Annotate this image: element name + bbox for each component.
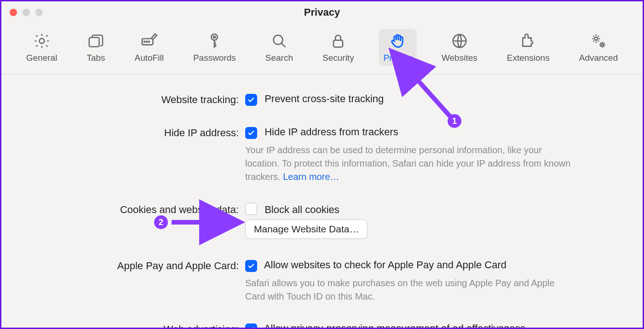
block-all-cookies-checkbox[interactable] — [245, 203, 257, 215]
hide-ip-help: Your IP address can be used to determine… — [245, 144, 576, 184]
tab-extensions[interactable]: Extensions — [502, 29, 554, 66]
manage-website-data-button[interactable]: Manage Website Data… — [245, 219, 368, 239]
svg-point-3 — [144, 41, 145, 42]
tab-label: Security — [322, 53, 354, 63]
web-advertising-checkbox[interactable] — [245, 323, 257, 329]
tab-label: Tabs — [86, 53, 105, 63]
tab-privacy[interactable]: Privacy — [379, 29, 417, 66]
hand-icon — [389, 32, 407, 50]
svg-point-5 — [149, 41, 150, 42]
website-tracking-label: Website tracking: — [43, 93, 245, 106]
checkbox-text: Prevent cross-site tracking — [264, 93, 384, 104]
double-gear-icon — [589, 32, 608, 50]
svg-rect-1 — [89, 38, 99, 47]
key-icon — [205, 32, 224, 50]
svg-point-6 — [212, 34, 218, 40]
learn-more-link[interactable]: Learn more… — [283, 172, 339, 182]
tab-label: Privacy — [384, 53, 412, 63]
apple-pay-check-checkbox[interactable] — [245, 260, 257, 272]
title-bar: Privacy — [1, 1, 643, 23]
tab-websites[interactable]: Websites — [437, 29, 482, 66]
svg-point-12 — [601, 44, 604, 46]
tab-search[interactable]: Search — [261, 29, 298, 66]
annotation-callout-2: 2 — [154, 215, 168, 229]
svg-point-8 — [273, 35, 282, 45]
tab-security[interactable]: Security — [318, 29, 359, 66]
hide-ip-label: Hide IP address: — [43, 126, 245, 139]
web-advertising-label: Web advertising: — [43, 323, 245, 329]
tab-label: Websites — [442, 53, 477, 63]
window-stack-icon — [86, 32, 105, 50]
gear-icon — [33, 32, 51, 50]
apple-pay-label: Apple Pay and Apple Card: — [43, 259, 245, 272]
tab-advanced[interactable]: Advanced — [575, 29, 623, 66]
svg-point-11 — [594, 37, 598, 40]
tab-label: Extensions — [507, 53, 550, 63]
tab-passwords[interactable]: Passwords — [189, 29, 241, 66]
magnifier-icon — [270, 32, 288, 50]
puzzle-icon — [519, 32, 537, 50]
preferences-toolbar: General Tabs AutoFill Passwords Search S… — [1, 23, 643, 75]
checkbox-text: Hide IP address from trackers — [264, 126, 398, 138]
checkbox-text: Allow privacy-preserving measurement of … — [264, 323, 525, 329]
lock-icon — [329, 32, 347, 50]
globe-icon — [450, 32, 469, 50]
tab-label: Passwords — [193, 53, 236, 63]
annotation-arrow-2 — [169, 212, 243, 237]
tab-label: Search — [265, 53, 293, 63]
hide-ip-checkbox[interactable] — [245, 127, 257, 139]
annotation-callout-1: 1 — [448, 114, 461, 128]
tab-general[interactable]: General — [22, 29, 62, 66]
settings-pane: Website tracking: Prevent cross-site tra… — [1, 75, 643, 329]
checkbox-text: Allow websites to check for Apple Pay an… — [264, 259, 506, 271]
tab-label: AutoFill — [135, 53, 164, 63]
svg-point-0 — [39, 39, 44, 44]
tab-label: Advanced — [579, 53, 618, 63]
tab-label: General — [26, 53, 58, 63]
prevent-cross-site-tracking-checkbox[interactable] — [245, 94, 257, 106]
pencil-field-icon — [140, 32, 158, 50]
window-title: Privacy — [1, 6, 643, 18]
svg-rect-9 — [334, 40, 343, 47]
svg-point-4 — [146, 41, 147, 42]
checkbox-text: Block all cookies — [264, 204, 339, 215]
apple-pay-help: Safari allows you to make purchases on t… — [245, 277, 576, 303]
svg-point-7 — [213, 36, 215, 38]
tab-tabs[interactable]: Tabs — [82, 29, 109, 66]
tab-autofill[interactable]: AutoFill — [130, 29, 168, 66]
